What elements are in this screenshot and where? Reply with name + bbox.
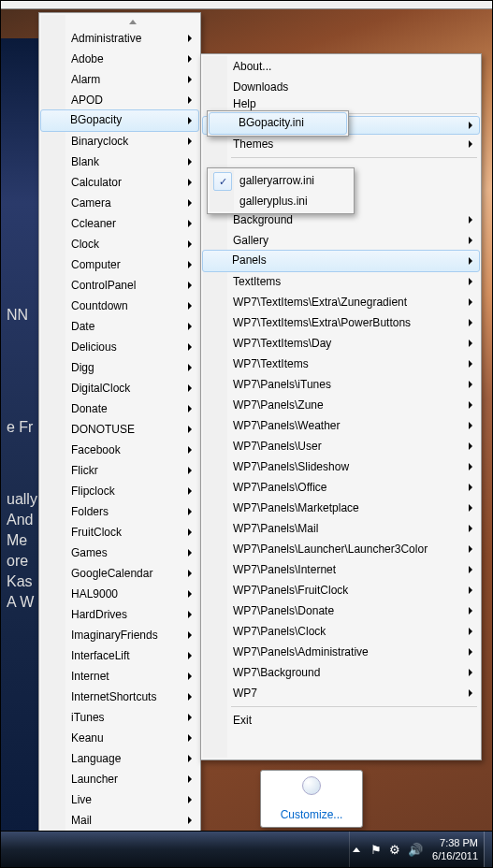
menu-item[interactable]: ControlPanel [41, 275, 198, 296]
menu-item[interactable]: WP7\Background [203, 662, 479, 683]
menu-item[interactable]: WP7\Panels\iTunes [203, 374, 479, 395]
network-icon[interactable]: ⚙ [389, 843, 400, 857]
menu-item[interactable]: WP7\Panels\Slideshow [203, 456, 479, 477]
menu-item[interactable]: InterfaceLift [41, 645, 198, 666]
menu-item[interactable]: Folders [41, 501, 198, 522]
taskbar-clock[interactable]: 7:38 PM 6/16/2011 [430, 836, 484, 862]
menu-item[interactable]: WP7\Panels\User [203, 436, 479, 456]
menu-item[interactable]: Blank [41, 152, 198, 172]
menu-item[interactable]: BGopacity.ini [209, 112, 347, 135]
menu-item-label: GoogleCalendar [71, 567, 152, 580]
menu-item[interactable]: Countdown [41, 296, 198, 316]
menu-item[interactable]: WP7\Panels\Marketplace [203, 498, 479, 518]
menu-item[interactable]: InternetShortcuts [41, 687, 198, 707]
menu-item[interactable]: Donate [41, 398, 198, 419]
menu-item-label: Alarm [71, 73, 100, 86]
menu-item[interactable]: Themes [203, 134, 479, 154]
menu-item[interactable]: GoogleCalendar [41, 563, 198, 584]
menu-item[interactable]: WP7\TextItems [203, 354, 479, 374]
menu-item[interactable]: WP7\Panels\Weather [203, 415, 479, 436]
menu-item-label: Themes [233, 137, 273, 151]
menu-item[interactable]: About... [203, 56, 479, 77]
menu-item[interactable]: WP7\Panels\Donate [203, 600, 479, 621]
menu-item[interactable]: HAL9000 [41, 584, 198, 604]
menu-item[interactable]: Alarm [41, 69, 198, 90]
menu-item[interactable]: Mail [41, 810, 198, 831]
menu-item[interactable]: Downloads [203, 77, 479, 97]
customize-link[interactable]: Customize... [281, 808, 343, 821]
menu-item[interactable]: DONOTUSE [41, 419, 198, 440]
context-menu-level-3a: BGopacity.ini [207, 110, 349, 137]
tray-hidden-icon[interactable] [302, 776, 321, 795]
menu-item[interactable]: Games [41, 542, 198, 563]
menu-item[interactable]: Exit [203, 710, 479, 731]
taskbar: ⚑ ⚙ 🔊 7:38 PM 6/16/2011 [1, 831, 492, 867]
chevron-right-icon [186, 522, 194, 542]
chevron-right-icon [467, 539, 474, 559]
menu-item[interactable]: iTunes [41, 707, 198, 728]
menu-item[interactable]: ImaginaryFriends [41, 625, 198, 645]
menu-item[interactable]: WP7\Panels\FruitClock [203, 580, 479, 600]
chevron-right-icon [186, 542, 194, 563]
menu-item[interactable]: WP7\Panels\Launcher\Launcher3Color [203, 539, 479, 559]
menu-item[interactable]: Calculator [41, 172, 198, 193]
menu-item[interactable]: Clock [41, 234, 198, 254]
menu-item[interactable]: Flipclock [41, 481, 198, 501]
menu-item-label: Keanu [71, 731, 104, 745]
menu-item[interactable]: Delicious [41, 337, 198, 357]
menu-item[interactable]: Help [203, 97, 479, 110]
menu-item-label: WP7\TextItems\Day [233, 337, 331, 350]
chevron-right-icon [186, 131, 194, 152]
action-center-icon[interactable]: ⚑ [370, 843, 382, 857]
menu-item-label: Flickr [71, 464, 98, 477]
menu-item[interactable]: FruitClock [41, 522, 198, 542]
menu-item-label: Help [233, 97, 256, 110]
menu-item[interactable]: Language [41, 748, 198, 769]
menu-item[interactable]: Panels [202, 250, 480, 272]
menu-item[interactable]: DigitalClock [41, 378, 198, 398]
menu-item[interactable]: Computer [41, 254, 198, 275]
menu-item[interactable]: Binaryclock [41, 131, 198, 152]
volume-icon[interactable]: 🔊 [408, 843, 423, 857]
menu-item-label: WP7\TextItems [233, 357, 309, 370]
menu-item[interactable]: WP7\Panels\Office [203, 477, 479, 498]
menu-item[interactable]: galleryarrow.ini✓ [210, 170, 352, 191]
menu-item[interactable]: Keanu [41, 728, 198, 748]
menu-item[interactable]: Internet [41, 666, 198, 687]
menu-item[interactable]: WP7\TextItems\Extra\PowerButtons [203, 312, 479, 333]
menu-item[interactable]: APOD [41, 90, 198, 110]
chevron-right-icon [186, 316, 194, 337]
menu-item[interactable]: Date [41, 316, 198, 337]
menu-item-label: HAL9000 [71, 587, 118, 600]
chevron-right-icon [467, 518, 474, 539]
menu-item[interactable]: WP7\TextItems\Extra\Zunegradient [203, 292, 479, 312]
menu-item[interactable]: Camera [41, 193, 198, 213]
menu-item[interactable]: Facebook [41, 440, 198, 460]
menu-item[interactable]: WP7\TextItems\Day [203, 333, 479, 354]
menu-item[interactable]: WP7 [203, 683, 479, 703]
menu-item[interactable]: WP7\Panels\Internet [203, 559, 479, 580]
menu-item[interactable]: Administrative [41, 28, 198, 49]
menu-item[interactable]: Launcher [41, 769, 198, 789]
menu-item[interactable]: WP7\Panels\Administrative [203, 642, 479, 662]
menu-item[interactable]: BGopacity [40, 109, 199, 132]
menu-item-label: Downloads [233, 80, 288, 94]
show-desktop-button[interactable] [484, 832, 492, 867]
menu-item[interactable]: Digg [41, 357, 198, 378]
menu-item[interactable]: HardDrives [41, 604, 198, 625]
menu-item[interactable]: Adobe [41, 49, 198, 69]
menu-item[interactable]: galleryplus.ini [210, 191, 352, 211]
menu-item[interactable]: Live [41, 789, 198, 810]
menu-item[interactable]: TextItems [203, 271, 479, 292]
menu-item[interactable]: Gallery [203, 230, 479, 251]
menu-item[interactable]: WP7\Panels\Zune [203, 395, 479, 415]
menu-item[interactable]: WP7\Panels\Clock [203, 621, 479, 642]
menu-item-label: Calculator [71, 176, 122, 189]
menu-scroll-up[interactable] [67, 15, 198, 28]
tray-overflow-button[interactable] [349, 832, 363, 867]
menu-item[interactable]: WP7\Panels\Mail [203, 518, 479, 539]
menu-item[interactable]: Flickr [41, 460, 198, 481]
chevron-right-icon [467, 415, 474, 436]
menu-item[interactable]: Ccleaner [41, 213, 198, 234]
chevron-right-icon [186, 440, 194, 460]
